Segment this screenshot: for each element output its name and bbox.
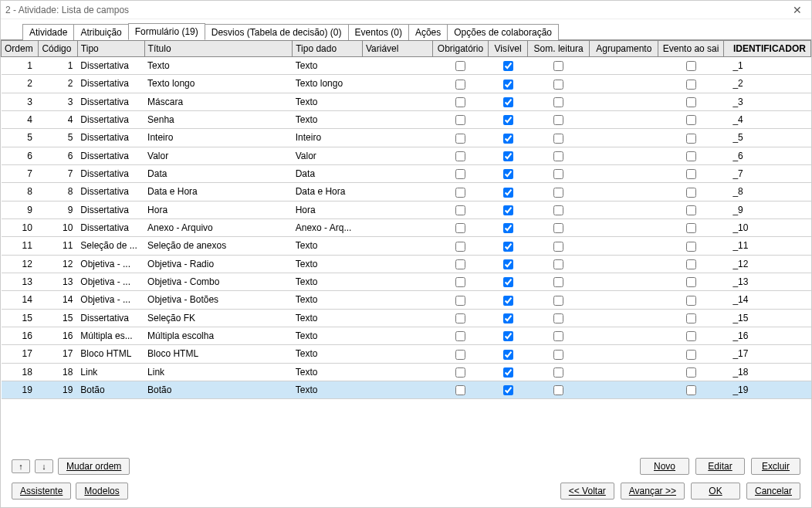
tab-0[interactable]: Atividade (22, 24, 74, 40)
col-som-header[interactable]: Som. leitura (527, 41, 590, 57)
cell-visivel-checkbox[interactable] (503, 205, 513, 215)
cell-obrig-checkbox[interactable] (455, 296, 465, 306)
cell-visivel-checkbox[interactable] (503, 331, 513, 341)
col-titulo-header[interactable]: Título (144, 41, 293, 57)
cell-visivel-checkbox[interactable] (503, 115, 513, 125)
cell-obrig-checkbox[interactable] (455, 97, 465, 107)
assistente-button[interactable]: Assistente (12, 483, 71, 500)
cell-obrig-checkbox[interactable] (455, 80, 465, 90)
cell-evento-checkbox[interactable] (686, 223, 696, 233)
cell-visivel-checkbox[interactable] (503, 97, 513, 107)
table-row[interactable]: 1010DissertativaAnexo - ArquivoAnexo - A… (2, 218, 811, 236)
cell-visivel-checkbox[interactable] (503, 188, 513, 198)
col-agrup-header[interactable]: Agrupamento (590, 41, 658, 57)
cell-evento-checkbox[interactable] (686, 331, 696, 341)
cell-som-checkbox[interactable] (553, 223, 563, 233)
cell-evento-checkbox[interactable] (686, 259, 696, 269)
cell-visivel-checkbox[interactable] (503, 80, 513, 90)
cell-obrig-checkbox[interactable] (455, 223, 465, 233)
cell-evento-checkbox[interactable] (686, 115, 696, 125)
tab-4[interactable]: Eventos (0) (348, 24, 409, 40)
table-row[interactable]: 1717Bloco HTMLBloco HTMLTexto_17 (2, 345, 811, 363)
editar-button[interactable]: Editar (695, 458, 745, 475)
cell-evento-checkbox[interactable] (686, 242, 696, 252)
cell-som-checkbox[interactable] (553, 313, 563, 323)
cell-evento-checkbox[interactable] (686, 367, 696, 378)
col-evento-header[interactable]: Evento ao sai (658, 41, 724, 57)
table-row[interactable]: 11DissertativaTextoTexto_1 (2, 57, 811, 75)
col-ordem-header[interactable]: Ordem (2, 41, 39, 57)
cell-visivel-checkbox[interactable] (503, 259, 513, 269)
col-ident-header[interactable]: IDENTIFICADOR (723, 41, 810, 57)
cell-visivel-checkbox[interactable] (503, 367, 513, 378)
col-codigo-header[interactable]: Código (39, 41, 77, 57)
cell-obrig-checkbox[interactable] (455, 134, 465, 144)
tab-3[interactable]: Desvios (Tabela de decisão) (0) (205, 24, 349, 40)
table-row[interactable]: 1313Objetiva - ...Objetiva - ComboTexto_… (2, 273, 811, 290)
tab-6[interactable]: Opções de colaboração (447, 24, 559, 40)
cell-visivel-checkbox[interactable] (503, 169, 513, 179)
excluir-button[interactable]: Excluir (751, 458, 800, 475)
cell-som-checkbox[interactable] (553, 367, 563, 378)
cell-obrig-checkbox[interactable] (455, 151, 465, 161)
cell-evento-checkbox[interactable] (686, 97, 696, 107)
cell-evento-checkbox[interactable] (686, 350, 696, 360)
table-row[interactable]: 1111Seleção de ...Seleção de anexosTexto… (2, 237, 811, 255)
cell-evento-checkbox[interactable] (686, 313, 696, 323)
novo-button[interactable]: Novo (640, 458, 689, 475)
cell-evento-checkbox[interactable] (686, 169, 696, 179)
cell-som-checkbox[interactable] (553, 115, 563, 125)
cell-obrig-checkbox[interactable] (455, 367, 465, 378)
cell-som-checkbox[interactable] (553, 296, 563, 306)
cell-visivel-checkbox[interactable] (503, 242, 513, 252)
cell-evento-checkbox[interactable] (686, 80, 696, 90)
cell-visivel-checkbox[interactable] (503, 277, 513, 287)
cell-obrig-checkbox[interactable] (455, 313, 465, 323)
cancelar-button[interactable]: Cancelar (746, 483, 800, 500)
cell-visivel-checkbox[interactable] (503, 385, 513, 395)
table-row[interactable]: 33DissertativaMáscaraTexto_3 (2, 93, 811, 110)
cell-evento-checkbox[interactable] (686, 188, 696, 198)
cell-som-checkbox[interactable] (553, 385, 563, 395)
cell-som-checkbox[interactable] (553, 259, 563, 269)
ok-button[interactable]: OK (691, 483, 740, 500)
cell-som-checkbox[interactable] (553, 134, 563, 144)
cell-visivel-checkbox[interactable] (503, 134, 513, 144)
cell-som-checkbox[interactable] (553, 61, 563, 71)
cell-evento-checkbox[interactable] (686, 296, 696, 306)
table-row[interactable]: 55DissertativaInteiroInteiro_5 (2, 129, 811, 147)
table-row[interactable]: 1919BotãoBotãoTexto_19 (2, 381, 811, 398)
table-row[interactable]: 1212Objetiva - ...Objetiva - RadioTexto_… (2, 255, 811, 273)
cell-obrig-checkbox[interactable] (455, 205, 465, 215)
cell-evento-checkbox[interactable] (686, 205, 696, 215)
col-tipo-header[interactable]: Tipo (77, 41, 144, 57)
cell-obrig-checkbox[interactable] (455, 277, 465, 287)
col-obrig-header[interactable]: Obrigatório (432, 41, 489, 57)
move-up-button[interactable]: ↑ (12, 459, 30, 473)
cell-obrig-checkbox[interactable] (455, 242, 465, 252)
table-row[interactable]: 1515DissertativaSeleção FKTexto_15 (2, 309, 811, 327)
cell-evento-checkbox[interactable] (686, 151, 696, 161)
cell-obrig-checkbox[interactable] (455, 331, 465, 341)
cell-obrig-checkbox[interactable] (455, 61, 465, 71)
voltar-button[interactable]: << Voltar (560, 483, 614, 500)
cell-som-checkbox[interactable] (553, 188, 563, 198)
table-row[interactable]: 1616Múltipla es...Múltipla escolhaTexto_… (2, 327, 811, 344)
table-row[interactable]: 44DissertativaSenhaTexto_4 (2, 110, 811, 128)
cell-som-checkbox[interactable] (553, 151, 563, 161)
cell-som-checkbox[interactable] (553, 97, 563, 107)
cell-som-checkbox[interactable] (553, 169, 563, 179)
cell-som-checkbox[interactable] (553, 331, 563, 341)
cell-visivel-checkbox[interactable] (503, 350, 513, 360)
cell-visivel-checkbox[interactable] (503, 223, 513, 233)
cell-visivel-checkbox[interactable] (503, 313, 513, 323)
cell-evento-checkbox[interactable] (686, 134, 696, 144)
tab-1[interactable]: Atribuição (73, 24, 128, 40)
table-row[interactable]: 66DissertativaValorValor_6 (2, 147, 811, 164)
cell-som-checkbox[interactable] (553, 205, 563, 215)
close-icon[interactable]: ✕ (788, 4, 807, 16)
cell-obrig-checkbox[interactable] (455, 350, 465, 360)
cell-obrig-checkbox[interactable] (455, 169, 465, 179)
cell-som-checkbox[interactable] (553, 242, 563, 252)
table-row[interactable]: 88DissertativaData e HoraData e Hora_8 (2, 183, 811, 201)
